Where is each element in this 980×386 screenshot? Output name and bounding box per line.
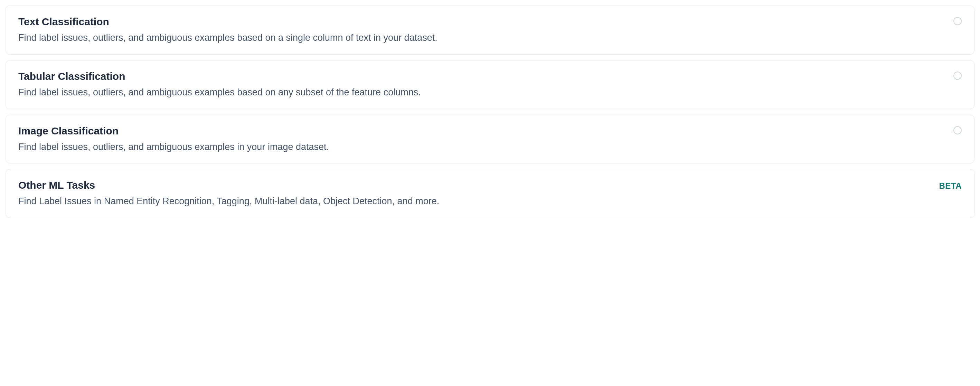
option-list: Text Classification Find label issues, o… [6, 6, 974, 218]
radio-icon[interactable] [953, 17, 962, 25]
option-description: Find label issues, outliers, and ambiguo… [18, 86, 945, 99]
option-title: Text Classification [18, 16, 945, 28]
option-right: BETA [939, 179, 962, 191]
option-card-text-classification[interactable]: Text Classification Find label issues, o… [6, 6, 974, 55]
option-description: Find label issues, outliers, and ambiguo… [18, 141, 945, 154]
option-title: Other ML Tasks [18, 179, 931, 191]
option-right [953, 16, 962, 25]
option-title: Tabular Classification [18, 70, 945, 83]
option-card-tabular-classification[interactable]: Tabular Classification Find label issues… [6, 60, 974, 109]
radio-icon[interactable] [953, 71, 962, 80]
option-description: Find Label Issues in Named Entity Recogn… [18, 195, 931, 208]
option-content: Other ML Tasks Find Label Issues in Name… [18, 179, 939, 208]
option-content: Image Classification Find label issues, … [18, 125, 953, 154]
option-right [953, 125, 962, 134]
option-content: Tabular Classification Find label issues… [18, 70, 953, 99]
option-card-image-classification[interactable]: Image Classification Find label issues, … [6, 115, 974, 164]
option-description: Find label issues, outliers, and ambiguo… [18, 32, 945, 44]
beta-badge: BETA [939, 180, 962, 191]
radio-icon[interactable] [953, 126, 962, 134]
option-title: Image Classification [18, 125, 945, 137]
option-right [953, 70, 962, 80]
option-content: Text Classification Find label issues, o… [18, 16, 953, 44]
option-card-other-ml-tasks[interactable]: Other ML Tasks Find Label Issues in Name… [6, 169, 974, 218]
